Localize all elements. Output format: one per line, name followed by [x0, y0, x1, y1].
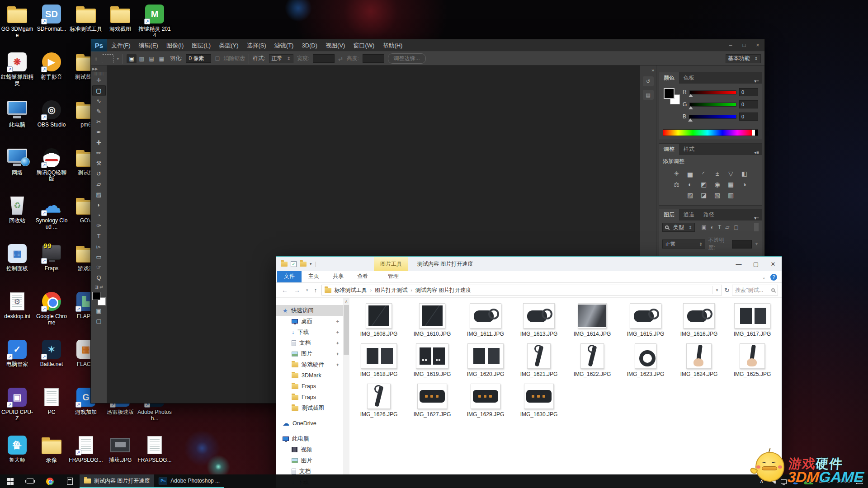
adjustment-icon[interactable]: ▦ [724, 179, 738, 190]
photoshop-menu-item[interactable]: 视图(V) [321, 39, 349, 52]
photoshop-menu-item[interactable]: 编辑(E) [135, 39, 162, 52]
adjustment-icon[interactable]: ± [711, 168, 724, 179]
sidebar-item[interactable]: 桌面✦ [276, 316, 343, 327]
desktop-icon[interactable]: ↗FRAPSLOG... [69, 435, 103, 463]
file-item[interactable]: IMG_1623.JPG [619, 342, 672, 382]
file-item[interactable]: IMG_1616.JPG [672, 301, 726, 342]
file-item[interactable]: IMG_1611.JPG [459, 301, 512, 342]
channel-value[interactable]: 0 [739, 100, 758, 108]
layer-filter-icon[interactable]: ▣ [701, 224, 706, 230]
tool-icon[interactable]: ∿ [93, 96, 105, 106]
file-item[interactable]: IMG_1627.JPG [406, 382, 459, 422]
panel-menu-icon[interactable]: ▾≡ [754, 77, 762, 84]
help-icon[interactable]: ? [770, 274, 777, 281]
desktop-icon[interactable]: 游戏截图 [103, 4, 137, 32]
adjustment-icon[interactable]: ◜ [697, 168, 711, 179]
file-item[interactable]: IMG_1613.JPG [512, 301, 566, 342]
file-item[interactable]: IMG_1610.JPG [406, 301, 459, 342]
context-tab-picture-tools[interactable]: 图片工具 [374, 257, 408, 271]
layer-filter-icon[interactable]: ▱ [725, 224, 729, 230]
minimize-icon[interactable]: — [730, 257, 747, 271]
sidebar-item[interactable]: ☁OneDrive [276, 418, 343, 429]
desktop-icon[interactable]: 此电脑 [0, 99, 34, 128]
tool-icon[interactable]: ✑ [93, 221, 105, 231]
screen-mode-icon[interactable]: ▢ [93, 316, 105, 326]
ribbon-tab-4[interactable]: 管理 [381, 270, 406, 282]
tool-icon[interactable]: ▻ [93, 241, 105, 252]
tool-icon[interactable]: ◗ [93, 200, 105, 210]
chrome-taskbar-icon[interactable] [40, 474, 60, 488]
breadcrumb-segment[interactable]: 测试内容 图片打开速度 [415, 286, 471, 294]
chevron-down-icon[interactable]: ▾ [310, 262, 312, 266]
desktop-icon[interactable]: ▦控制面板 [0, 243, 34, 272]
toolbox-expand-icon[interactable]: ▶▶ [91, 66, 107, 72]
breadcrumb-segment[interactable]: 图片打开测试 [375, 286, 407, 294]
sidebar-item[interactable]: 视频 [276, 444, 343, 455]
properties-icon[interactable]: ✓ [291, 261, 297, 267]
file-item[interactable]: IMG_1615.JPG [619, 301, 672, 342]
channel-value[interactable]: 0 [739, 113, 758, 121]
panel-tab[interactable]: 颜色 [659, 72, 679, 84]
new-folder-icon[interactable] [300, 262, 307, 267]
tool-icon[interactable]: ▱ [93, 179, 105, 189]
tool-icon[interactable]: ▭ [93, 252, 105, 262]
photoshop-menu-item[interactable]: 窗口(W) [349, 39, 378, 52]
desktop-icon[interactable]: M↗按键精灵 2014 [137, 4, 172, 38]
desktop-icon[interactable]: ↗Google Chrome [34, 291, 69, 326]
file-item[interactable]: IMG_1618.JPG [352, 342, 406, 382]
file-item[interactable]: IMG_1630.JPG [512, 382, 566, 422]
tool-icon[interactable]: ☞ [93, 262, 105, 272]
desktop-icon[interactable]: ✶↗Battle.net [34, 339, 69, 367]
tool-icon[interactable]: ◔ [93, 210, 105, 221]
feather-input[interactable]: 0 像素 [186, 54, 211, 63]
desktop-icon[interactable]: ↗腾讯QQ轻聊版 [34, 147, 69, 182]
breadcrumb[interactable]: 标准测试工具›图片打开测试›测试内容 图片打开速度 ▾ [321, 285, 722, 296]
desktop-icon[interactable]: ◎↗OBS Studio [34, 99, 69, 128]
desktop-icon[interactable]: 鲁鲁大师 [0, 435, 34, 463]
ribbon-collapse-icon[interactable]: ⌄ [762, 275, 766, 280]
color-spectrum-ramp[interactable] [663, 129, 758, 136]
tool-icon[interactable]: ▢ [93, 85, 105, 96]
adjustment-icon[interactable]: ◧ [738, 168, 751, 179]
close-icon[interactable]: × [751, 39, 764, 52]
ribbon-tab-1[interactable]: 主页 [302, 270, 326, 282]
search-input[interactable]: 搜索"测试... [732, 285, 778, 296]
photoshop-menu-item[interactable]: 帮助(H) [378, 39, 406, 52]
desktop-icon[interactable]: ↗Fraps [34, 243, 69, 272]
adjustment-icon[interactable]: ▽ [724, 168, 738, 179]
swap-colors-icon[interactable]: ◨ ⇄ [94, 285, 103, 289]
close-icon[interactable]: ✕ [764, 257, 782, 271]
adjustment-icon[interactable]: ◉ [711, 179, 724, 190]
foreground-background-swatches[interactable] [92, 292, 106, 305]
folder-icon[interactable] [281, 262, 288, 267]
selection-mode-icon[interactable]: ▦ [156, 54, 166, 63]
tool-preset-icon[interactable] [102, 54, 113, 63]
panel-tab[interactable]: 色板 [679, 72, 699, 84]
adjustment-icon[interactable]: ☀ [670, 168, 684, 179]
refresh-icon[interactable]: ↻ [724, 286, 730, 294]
panel-tab[interactable]: 调整 [659, 144, 679, 155]
maximize-icon[interactable]: ▢ [747, 257, 764, 271]
opacity-input[interactable] [732, 240, 752, 249]
photoshop-menu-item[interactable]: 图像(I) [162, 39, 188, 52]
ribbon-tab-file[interactable]: 文件 [277, 270, 302, 282]
style-select[interactable]: 正常⇕ [269, 54, 293, 63]
sidebar-scrollbar[interactable]: ∧ [343, 298, 349, 488]
workspace-select[interactable]: 基本功能⇕ [726, 54, 761, 63]
photoshop-menu-item[interactable]: 滤镜(T) [270, 39, 298, 52]
file-item[interactable]: IMG_1620.JPG [459, 342, 512, 382]
properties-panel-icon[interactable]: ▤ [643, 90, 654, 100]
tool-icon[interactable]: T [93, 231, 105, 241]
desktop-icon[interactable]: 录像 [34, 435, 69, 463]
desktop-icon[interactable]: SD↗SDFormat... [34, 4, 69, 32]
sidebar-item[interactable]: 此电脑 [276, 433, 343, 444]
file-item[interactable]: IMG_1619.JPG [406, 342, 459, 382]
panel-tab[interactable]: 图层 [659, 209, 679, 221]
adjustment-icon[interactable]: ◩ [697, 179, 711, 190]
breadcrumb-segment[interactable]: 标准测试工具 [335, 286, 367, 294]
adjustment-icon[interactable]: ▨ [684, 190, 697, 201]
adjustment-icon[interactable]: ◑ [738, 179, 751, 190]
recent-locations-icon[interactable]: ▾ [304, 288, 310, 292]
taskbar-app-button[interactable]: 测试内容 图片打开速度 [80, 474, 154, 488]
sidebar-item[interactable]: 图片✦ [276, 348, 343, 359]
